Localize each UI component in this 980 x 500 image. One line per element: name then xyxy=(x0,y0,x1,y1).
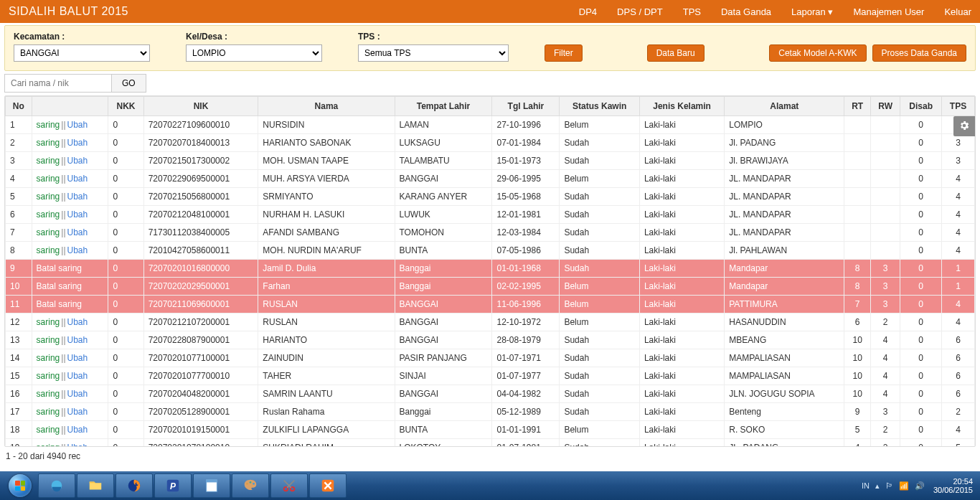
nav-dps-dpt[interactable]: DPS / DPT xyxy=(617,6,663,17)
cell-nik: 72070201077100001 xyxy=(143,349,258,367)
cell-nama: NURSIDIN xyxy=(258,116,395,134)
kecamatan-select[interactable]: BANGGAI xyxy=(14,44,150,62)
tray-icons[interactable]: IN ▴ 🏳 📶 🔊 xyxy=(862,481,925,491)
ubah-link[interactable]: Ubah xyxy=(67,138,88,148)
saring-link[interactable]: saring xyxy=(37,353,60,363)
taskbar-paint[interactable] xyxy=(232,473,269,498)
taskbar-app-p[interactable]: P xyxy=(154,473,192,498)
ubah-link[interactable]: Ubah xyxy=(67,425,88,435)
nav-manajemen-user[interactable]: Manajemen User xyxy=(853,6,924,17)
nav-laporan[interactable]: Laporan ▾ xyxy=(791,6,833,17)
col-header: RW xyxy=(870,97,900,116)
ubah-link[interactable]: Ubah xyxy=(67,407,88,417)
cetak-model-button[interactable]: Cetak Model A-KWK xyxy=(769,44,866,62)
cell-actions: saring||Ubah xyxy=(32,421,108,439)
saring-link[interactable]: saring xyxy=(37,209,60,220)
batal-saring-link[interactable]: Batal saring xyxy=(37,299,82,309)
cell-alamat: HASANUDDIN xyxy=(725,313,844,331)
saring-link[interactable]: saring xyxy=(37,389,60,399)
col-header: TPS xyxy=(942,97,975,116)
saring-link[interactable]: saring xyxy=(37,120,60,130)
ubah-link[interactable]: Ubah xyxy=(67,209,88,220)
network-icon[interactable]: 📶 xyxy=(899,481,909,491)
saring-link[interactable]: saring xyxy=(37,192,60,202)
saring-link[interactable]: saring xyxy=(37,174,60,184)
taskbar-word[interactable] xyxy=(193,473,230,498)
top-navbar: SIDALIH BALUT 2015 DP4 DPS / DPT TPS Dat… xyxy=(0,0,980,23)
col-header: Status Kawin xyxy=(560,97,640,116)
keldesa-select[interactable]: LOMPIO xyxy=(186,44,322,62)
cell-jk: Laki-laki xyxy=(639,152,724,170)
cell-tps: 4 xyxy=(942,224,975,242)
svg-point-7 xyxy=(250,481,252,484)
filter-button[interactable]: Filter xyxy=(545,44,583,62)
saring-link[interactable]: saring xyxy=(37,138,60,148)
ubah-link[interactable]: Ubah xyxy=(67,371,88,381)
saring-link[interactable]: saring xyxy=(37,335,60,345)
flag-icon[interactable]: 🏳 xyxy=(885,481,893,490)
cell-no: 15 xyxy=(6,367,32,385)
cell-rw: 2 xyxy=(870,439,900,448)
taskbar-clock[interactable]: 20:54 30/06/2015 xyxy=(933,477,973,494)
cell-tempat: TALAMBATU xyxy=(395,152,492,170)
ubah-link[interactable]: Ubah xyxy=(67,156,88,166)
start-button[interactable] xyxy=(3,471,37,500)
ubah-link[interactable]: Ubah xyxy=(67,120,88,130)
p-app-icon: P xyxy=(165,478,181,494)
taskbar-snip[interactable] xyxy=(270,473,308,498)
ubah-link[interactable]: Ubah xyxy=(67,192,88,202)
nav-dp4[interactable]: DP4 xyxy=(579,6,597,17)
nav-keluar[interactable]: Keluar xyxy=(944,6,971,17)
cell-no: 10 xyxy=(6,278,32,296)
cell-disab: 0 xyxy=(900,152,942,170)
ubah-link[interactable]: Ubah xyxy=(67,174,88,184)
cell-nama: TAHER xyxy=(258,367,395,385)
tray-up-icon[interactable]: ▴ xyxy=(875,481,880,491)
taskbar-ie[interactable] xyxy=(38,473,75,498)
cell-rw xyxy=(870,242,900,260)
search-input[interactable] xyxy=(4,74,112,93)
cell-alamat: Jl. PADANG xyxy=(725,134,844,152)
saring-link[interactable]: saring xyxy=(37,245,60,255)
speaker-icon[interactable]: 🔊 xyxy=(915,481,925,491)
ubah-link[interactable]: Ubah xyxy=(67,227,88,237)
cell-nkk: 0 xyxy=(108,349,143,367)
cell-tgl: 15-05-1968 xyxy=(492,188,560,206)
nav-data-ganda[interactable]: Data Ganda xyxy=(721,6,771,17)
cell-nik: 72070201019150001 xyxy=(143,421,258,439)
cell-nik: 72070212048100001 xyxy=(143,206,258,224)
ubah-link[interactable]: Ubah xyxy=(67,353,88,363)
record-counter: 1 - 20 dari 4940 rec xyxy=(6,451,974,461)
nav-tps[interactable]: TPS xyxy=(683,6,701,17)
proses-data-ganda-button[interactable]: Proses Data Ganda xyxy=(872,44,966,62)
data-baru-button[interactable]: Data Baru xyxy=(647,44,705,62)
table-settings-button[interactable] xyxy=(953,116,975,136)
cell-tempat: PASIR PANJANG xyxy=(395,349,492,367)
saring-link[interactable]: saring xyxy=(37,317,60,327)
tps-select[interactable]: Semua TPS xyxy=(358,44,509,62)
cell-alamat: JL. PADANG xyxy=(725,439,844,448)
saring-link[interactable]: saring xyxy=(37,227,60,237)
batal-saring-link[interactable]: Batal saring xyxy=(37,281,82,291)
ubah-link[interactable]: Ubah xyxy=(67,389,88,399)
search-go-button[interactable]: GO xyxy=(111,74,146,93)
taskbar-xampp[interactable] xyxy=(309,473,347,498)
ubah-link[interactable]: Ubah xyxy=(67,443,88,447)
ubah-link[interactable]: Ubah xyxy=(67,335,88,345)
saring-link[interactable]: saring xyxy=(37,371,60,381)
saring-link[interactable]: saring xyxy=(37,443,60,447)
cell-jk: Laki-laki xyxy=(639,421,724,439)
saring-link[interactable]: saring xyxy=(37,425,60,435)
cell-jk: Laki-laki xyxy=(639,260,724,278)
taskbar-explorer[interactable] xyxy=(77,473,114,498)
saring-link[interactable]: saring xyxy=(37,407,60,417)
ubah-link[interactable]: Ubah xyxy=(67,245,88,255)
batal-saring-link[interactable]: Batal saring xyxy=(37,263,82,273)
taskbar-firefox[interactable] xyxy=(116,473,153,498)
ubah-link[interactable]: Ubah xyxy=(67,317,88,327)
cell-disab: 0 xyxy=(900,439,942,448)
cell-rt: 10 xyxy=(844,331,871,349)
saring-link[interactable]: saring xyxy=(37,156,60,166)
lang-indicator[interactable]: IN xyxy=(862,481,870,490)
cell-actions: saring||Ubah xyxy=(32,224,108,242)
